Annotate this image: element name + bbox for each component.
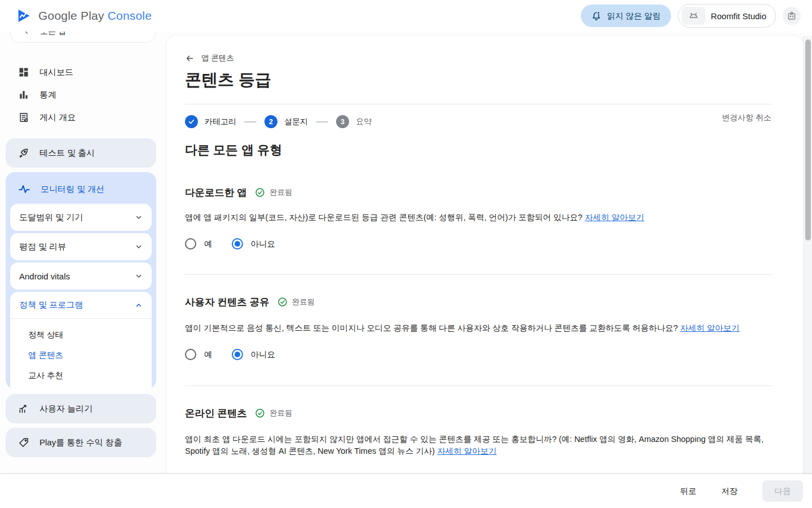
sidebar-group-monitoring-header[interactable]: 모니터링 및 개선: [10, 177, 152, 202]
back-arrow-icon[interactable]: [185, 54, 195, 63]
sidebar-group-label: 테스트 및 출시: [39, 148, 95, 159]
radio-label: 아니요: [251, 349, 276, 360]
radio-selected[interactable]: [232, 349, 243, 360]
chevron-down-icon: [135, 272, 143, 280]
check-circle-icon: [255, 408, 265, 418]
sidebar-group-policy-programs: 정책 및 프로그램 정책 상태 앱 콘텐츠 교사 추천: [10, 292, 152, 393]
radio-unselected[interactable]: [185, 238, 196, 249]
step-label: 카테고리: [205, 117, 236, 127]
rocket-icon: [18, 147, 29, 159]
back-button[interactable]: 뒤로: [680, 486, 696, 497]
section-downloaded-app: 다운로드한 앱 완료됨 앱에 앱 패키지의 일부(코드, 자산)로 다운로드된 …: [185, 186, 771, 275]
sidebar-item-label: 게시 개요: [39, 112, 76, 123]
radio-label: 예: [204, 239, 213, 249]
sidebar-item-label: 통계: [39, 90, 56, 100]
account-name: Roomfit Studio: [711, 11, 766, 21]
page-title: 콘텐츠 등급: [185, 69, 771, 91]
status-label: 완료됨: [292, 297, 315, 307]
step-summary[interactable]: 3 요약: [336, 115, 372, 128]
discard-changes-link[interactable]: 변경사항 취소: [722, 113, 771, 123]
sidebar-item-label: 교사 추천: [28, 370, 63, 381]
policy-programs-header[interactable]: 정책 및 프로그램: [10, 292, 152, 319]
pulse-icon: [18, 183, 30, 195]
sidebar-group-grow-users[interactable]: 사용자 늘리기: [6, 394, 156, 423]
sidebar-item-reach-devices[interactable]: 도달범위 및 기기: [10, 204, 152, 231]
step-label: 설문지: [284, 117, 308, 127]
main-panel: 앱 콘텐츠 콘텐츠 등급 변경사항 취소 카테고리 2 설문지 3 요약 다른 …: [167, 36, 803, 508]
radio-option-yes[interactable]: 예: [185, 238, 213, 249]
step-category[interactable]: 카테고리: [185, 115, 236, 128]
sidebar-item-label: Android vitals: [19, 271, 70, 281]
developer-profile-button[interactable]: [783, 7, 801, 25]
learn-more-link[interactable]: 자세히 알아보기: [585, 213, 645, 222]
sidebar-item-android-vitals[interactable]: Android vitals: [10, 262, 152, 290]
chevron-down-icon: [135, 213, 143, 221]
radio-label: 아니요: [251, 239, 276, 249]
sidebar-group-label: 사용자 늘리기: [39, 404, 92, 414]
sidebar-item-dashboard[interactable]: 대시보드: [6, 61, 157, 84]
status-badge: 완료됨: [255, 187, 293, 198]
sidebar-item-policy-status[interactable]: 정책 상태: [10, 325, 152, 345]
step-questionnaire[interactable]: 2 설문지: [264, 115, 308, 128]
unread-notifications-button[interactable]: 읽지 않은 알림: [581, 5, 671, 27]
bar-chart-icon: [18, 89, 29, 100]
sidebar-item-statistics[interactable]: 통계: [6, 84, 157, 106]
radio-label: 예: [204, 349, 213, 360]
step-label: 요약: [356, 117, 372, 127]
radio-option-no[interactable]: 아니요: [232, 349, 276, 360]
dashboard-icon: [18, 67, 29, 78]
question-text: 앱에 앱 패키지의 일부(코드, 자산)로 다운로드된 등급 관련 콘텐츠(예:…: [185, 212, 771, 224]
save-button[interactable]: 저장: [721, 486, 738, 497]
sidebar-group-label: Play를 통한 수익 창출: [39, 437, 122, 448]
section-title: 온라인 콘텐츠: [185, 406, 247, 420]
vertical-scrollbar[interactable]: [803, 36, 812, 474]
status-label: 완료됨: [270, 408, 293, 418]
question-text: 앱이 최초 앱 다운로드 시에는 포함되지 않지만 앱에서 접근할 수 있는 콘…: [185, 433, 771, 457]
section-title: 사용자 컨텐츠 공유: [185, 295, 270, 309]
notifications-label: 읽지 않은 알림: [607, 11, 661, 21]
section-title: 다운로드한 앱: [185, 186, 247, 199]
price-tag-icon: [18, 437, 29, 448]
sidebar-item-label: 도달범위 및 기기: [19, 212, 83, 223]
sidebar-item-publishing-overview[interactable]: 게시 개요: [6, 106, 157, 129]
id-badge-icon: [787, 11, 797, 21]
section-user-content-sharing: 사용자 컨텐츠 공유 완료됨 앱이 기본적으로 음성 통신, 텍스트 또는 이미…: [185, 295, 771, 386]
chevron-up-icon: [135, 301, 143, 309]
sidebar-item-label: 정책 상태: [28, 330, 63, 340]
sidebar-item-ratings-reviews[interactable]: 평점 및 리뷰: [10, 233, 152, 260]
breadcrumb-label[interactable]: 앱 콘텐츠: [201, 53, 234, 63]
step-number: 2: [264, 115, 277, 128]
radio-unselected[interactable]: [185, 349, 196, 360]
sidebar-group-monetize[interactable]: Play를 통한 수익 창출: [6, 428, 156, 457]
logo-text: Google Play Console: [38, 9, 152, 23]
next-button-disabled[interactable]: 다음: [762, 480, 803, 502]
play-triangle-icon: [16, 8, 32, 24]
scrollbar-thumb[interactable]: [805, 40, 811, 240]
android-app-icon: [682, 7, 705, 25]
publish-overview-icon: [18, 112, 29, 123]
sidebar-item-teacher-approved[interactable]: 교사 추천: [10, 365, 152, 386]
check-circle-icon: [255, 187, 265, 198]
top-bar: Google Play Console 읽지 않은 알림: [0, 0, 812, 32]
bell-icon: [591, 11, 602, 21]
status-badge: 완료됨: [255, 408, 293, 418]
learn-more-link[interactable]: 자세히 알아보기: [437, 446, 497, 456]
radio-option-no[interactable]: 아니요: [232, 238, 276, 249]
sidebar-group-test-release[interactable]: 테스트 및 출시: [6, 138, 156, 168]
learn-more-link[interactable]: 자세히 알아보기: [680, 323, 740, 332]
radio-selected[interactable]: [232, 238, 243, 249]
radio-option-yes[interactable]: 예: [185, 349, 213, 360]
divider: [185, 386, 771, 386]
questionnaire-heading: 다른 모든 앱 유형: [185, 142, 771, 159]
radio-group: 예 아니요: [185, 349, 771, 360]
sidebar-item-label: 정책 및 프로그램: [19, 300, 83, 310]
account-switcher[interactable]: Roomfit Studio: [678, 4, 776, 28]
footer-action-bar: 뒤로 저장 다음: [0, 474, 812, 508]
sidebar-item-app-content[interactable]: 앱 콘텐츠: [10, 345, 152, 365]
radio-group: 예 아니요: [185, 238, 771, 249]
breadcrumb[interactable]: 앱 콘텐츠: [185, 53, 234, 63]
sidebar-item-label: 평점 및 리뷰: [19, 242, 66, 252]
step-connector: [316, 121, 328, 122]
google-play-console-logo[interactable]: Google Play Console: [16, 8, 152, 24]
section-online-content: 온라인 콘텐츠 완료됨 앱이 최초 앱 다운로드 시에는 포함되지 않지만 앱에…: [185, 406, 771, 485]
